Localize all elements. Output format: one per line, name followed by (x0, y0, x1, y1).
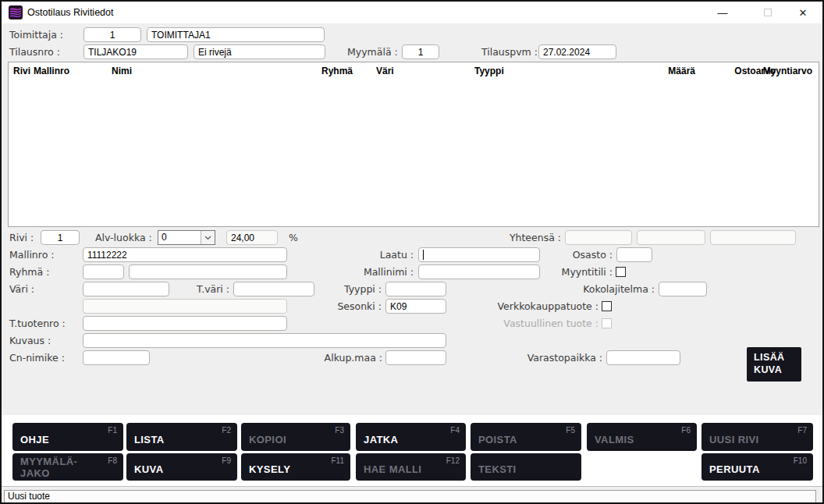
alv-luokka-value: 0 (158, 231, 201, 244)
col-maara: Määrä (668, 66, 695, 76)
hae-malli-button: HAE MALLIF12 (356, 453, 466, 481)
mallinro-field[interactable] (83, 247, 287, 262)
alv-luokka-label: Alv-luokka : (95, 230, 152, 245)
kuvaus-label: Kuvaus : (9, 333, 51, 348)
tilausnro-field[interactable] (83, 44, 188, 59)
kuva-button[interactable]: KUVAF9 (126, 453, 237, 481)
toimittaja-name-field[interactable] (147, 27, 325, 42)
myyntitili-label: Myyntitili : (544, 264, 613, 279)
osasto-field[interactable] (616, 247, 652, 262)
yhteensa-myyntiarvo-field (710, 230, 796, 245)
osasto-label: Osasto : (556, 247, 613, 262)
ttuotenro-label: T.tuotenro : (9, 316, 66, 331)
chevron-down-icon[interactable] (201, 231, 215, 244)
close-icon[interactable]: ✕ (788, 2, 818, 23)
ryhma-code-field[interactable] (83, 264, 124, 279)
vari-label: Väri : (9, 282, 34, 296)
peruuta-button[interactable]: PERUUTAF10 (701, 453, 813, 481)
col-nimi: Nimi (112, 66, 132, 76)
myymala-field[interactable] (402, 44, 439, 59)
ttuotenro-field[interactable] (83, 316, 287, 331)
vastuullinen-tuote-label: Vastuullinen tuote : (458, 316, 598, 331)
lisaa-kuva-line1: LISÄÄ (754, 351, 801, 364)
vari-name-field (83, 299, 287, 314)
sesonki-label: Sesonki : (329, 299, 382, 314)
teksti-button: TEKSTI (471, 453, 581, 481)
col-myyntiarvo: Myyntiarvo (763, 66, 812, 76)
kokolajitelma-label: Kokolajitelma : (571, 282, 655, 296)
app-logo-icon (9, 5, 23, 20)
rivi-label: Rivi : (9, 230, 34, 245)
lista-button[interactable]: LISTAF2 (126, 423, 237, 451)
tilausnro-label: Tilausnro : (9, 44, 60, 59)
col-rivi: Rivi (13, 66, 30, 76)
lisaa-kuva-line2: KUVA (754, 364, 801, 376)
vari-field[interactable] (83, 282, 169, 296)
rivit-status-field (194, 44, 325, 59)
percent-sign: % (289, 230, 298, 245)
minimize-icon[interactable]: — (708, 2, 737, 23)
mallinimi-field[interactable] (418, 264, 540, 279)
tilauspvm-label: Tilauspvm : (481, 44, 538, 59)
cn-nimike-field[interactable] (83, 350, 150, 365)
col-tyyppi: Tyyppi (474, 66, 504, 76)
myymalajako-button: MYYMÄLÄ-JAKOF8 (12, 453, 123, 481)
col-vari: Väri (376, 66, 394, 76)
alkupmaa-field[interactable] (385, 350, 446, 365)
laatu-field[interactable] (418, 247, 540, 262)
window-title: Ostotilaus Rivitiedot (27, 7, 113, 18)
toimittaja-code-field[interactable] (83, 27, 141, 42)
myyntitili-checkbox[interactable] (616, 267, 626, 277)
uusi-rivi-button: UUSI RIVIF7 (701, 423, 813, 451)
text-caret (423, 250, 424, 260)
status-message: Uusi tuote (4, 490, 816, 503)
cn-nimike-label: Cn-nimike : (9, 350, 65, 365)
maximize-icon (753, 2, 783, 23)
yhteensa-maara-field (565, 230, 632, 245)
rivi-field[interactable] (41, 230, 80, 245)
mallinimi-label: Mallinimi : (357, 264, 414, 279)
verkkokauppatuote-label: Verkkokauppatuote : (458, 299, 598, 314)
ohje-button[interactable]: OHJEF1 (12, 423, 123, 451)
order-rows-table: Rivi Mallinro Nimi Ryhmä Väri Tyyppi Mää… (8, 62, 819, 227)
jatka-button[interactable]: JATKAF4 (356, 423, 466, 451)
laatu-label: Laatu : (368, 247, 414, 262)
status-bar: Uusi tuote (2, 486, 822, 504)
lisaa-kuva-button[interactable]: LISÄÄ KUVA (747, 347, 801, 382)
vastuullinen-tuote-checkbox (602, 318, 612, 328)
tilauspvm-field[interactable] (538, 44, 616, 59)
kopioi-button: KOPIOIF3 (241, 423, 350, 451)
alv-luokka-select[interactable]: 0 (158, 230, 215, 245)
mallinro-label: Mallinro : (9, 247, 54, 262)
tvari-label: T.väri : (189, 282, 229, 296)
col-mallinro: Mallinro (34, 66, 69, 76)
kuvaus-field[interactable] (83, 333, 446, 348)
function-button-panel: OHJEF1 LISTAF2 KOPIOIF3 JATKAF4 POISTAF5… (2, 415, 822, 487)
tyyppi-label: Tyyppi : (337, 282, 382, 296)
ryhma-name-field[interactable] (129, 264, 287, 279)
myymala-label: Myymälä : (347, 44, 398, 59)
alkupmaa-label: Alkup.maa : (321, 350, 382, 365)
yhteensa-ostoarvo-field (637, 230, 705, 245)
ryhma-label: Ryhmä : (9, 264, 49, 279)
varastopaikka-label: Varastopaikka : (505, 350, 602, 365)
alv-prosentti-field (226, 230, 278, 245)
tvari-field[interactable] (233, 282, 314, 296)
ostotilaus-rivitiedot-window: Ostotilaus Rivitiedot — ✕ Toimittaja : T… (0, 0, 824, 504)
verkkokauppatuote-checkbox[interactable] (602, 301, 612, 311)
toimittaja-label: Toimittaja : (9, 27, 63, 42)
title-bar: Ostotilaus Rivitiedot — ✕ (2, 2, 822, 23)
col-ryhma: Ryhmä (321, 66, 353, 76)
kokolajitelma-field[interactable] (659, 282, 707, 296)
valmis-button: VALMISF6 (587, 423, 697, 451)
varastopaikka-field[interactable] (606, 350, 680, 365)
sesonki-field[interactable] (385, 299, 446, 314)
yhteensa-label: Yhteensä : (501, 230, 561, 245)
kysely-button[interactable]: KYSELYF11 (241, 453, 350, 481)
poista-button: POISTAF5 (471, 423, 581, 451)
tyyppi-field[interactable] (385, 282, 446, 296)
